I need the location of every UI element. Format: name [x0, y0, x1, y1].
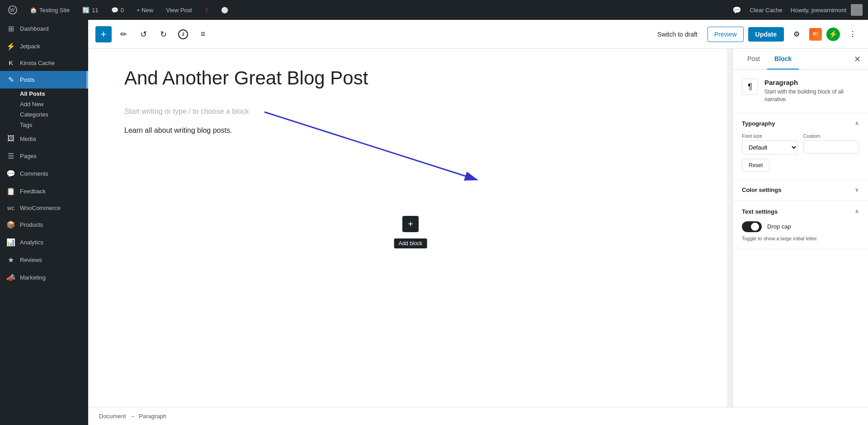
- font-size-col: Font size Default Small Medium Large Ext…: [742, 133, 798, 154]
- block-info-text: Paragraph Start with the building block …: [764, 79, 859, 103]
- wp-logo[interactable]: W: [5, 4, 20, 16]
- sidebar-item-marketing[interactable]: 📣 Marketing: [0, 269, 88, 286]
- text-settings-chevron-icon: ∧: [855, 208, 859, 215]
- sidebar-item-kinsta[interactable]: K Kinsta Cache: [0, 55, 88, 71]
- svg-text:W: W: [10, 7, 15, 13]
- updates-button[interactable]: 🔄 11: [80, 5, 101, 15]
- sidebar-label-posts: Posts: [20, 76, 35, 83]
- settings-button[interactable]: ⚙: [788, 26, 805, 42]
- editor-main: + ✏ ↺ ↻ i ≡ Switch to draft Preview Upda…: [88, 20, 868, 425]
- custom-font-size-input[interactable]: [803, 140, 859, 154]
- list-icon: ≡: [201, 29, 206, 39]
- preview-button[interactable]: Preview: [708, 27, 744, 42]
- products-icon: 📦: [6, 220, 15, 229]
- pages-icon: ☰: [6, 152, 15, 160]
- lightning-button[interactable]: ⚡: [826, 28, 840, 41]
- undo-button[interactable]: ↺: [135, 26, 151, 42]
- breadcrumb-separator: →: [129, 413, 135, 420]
- font-size-select[interactable]: Default Small Medium Large Extra Large: [742, 140, 798, 154]
- ellipsis-icon: ⋮: [849, 30, 856, 38]
- sidebar-item-comments[interactable]: 💬 Comments: [0, 165, 88, 182]
- redo-button[interactable]: ↻: [155, 26, 171, 42]
- typography-header[interactable]: Typography ∧: [742, 120, 859, 127]
- drop-cap-description: Toggle to show a large initial letter.: [742, 236, 859, 241]
- marketing-icon: 📣: [6, 273, 15, 282]
- font-size-label: Font size: [742, 133, 798, 139]
- new-button[interactable]: + New: [134, 5, 156, 15]
- drop-cap-toggle[interactable]: [742, 221, 762, 232]
- sidebar-label-analytics: Analytics: [20, 239, 43, 246]
- media-icon: 🖼: [6, 135, 15, 143]
- tab-post[interactable]: Post: [740, 49, 767, 70]
- sidebar-item-pages[interactable]: ☰ Pages: [0, 147, 88, 165]
- comments-icon: 💬: [111, 7, 118, 14]
- sidebar-item-reviews[interactable]: ★ Reviews: [0, 251, 88, 269]
- view-post-button[interactable]: View Post: [163, 5, 195, 15]
- switch-to-draft-button[interactable]: Switch to draft: [652, 27, 703, 42]
- sidebar-label-comments: Comments: [20, 170, 48, 177]
- drop-cap-label: Drop cap: [767, 223, 791, 230]
- clear-cache-button[interactable]: Clear Cache: [746, 5, 786, 15]
- sidebar-item-products[interactable]: 📦 Products: [0, 216, 88, 234]
- color-settings-title: Color settings: [742, 187, 781, 193]
- comments-nav-icon: 💬: [6, 169, 15, 178]
- sidebar-sub-tags[interactable]: Tags: [0, 120, 88, 130]
- sidebar-sub-categories[interactable]: Categories: [0, 109, 88, 120]
- custom-size-col: Custom: [803, 133, 859, 154]
- sidebar-label-dashboard: Dashboard: [20, 25, 49, 32]
- sidebar-sub-all-posts[interactable]: All Posts: [0, 89, 88, 99]
- sidebar-item-analytics[interactable]: 📊 Analytics: [0, 234, 88, 251]
- sidebar-item-media[interactable]: 🖼 Media: [0, 130, 88, 147]
- breadcrumb-current[interactable]: Paragraph: [139, 413, 166, 420]
- pencil-icon: ✏: [120, 29, 127, 39]
- list-view-button[interactable]: ≡: [195, 26, 211, 42]
- sidebar-sub-add-new[interactable]: Add New: [0, 99, 88, 109]
- right-panel: Post Block ✕ ¶ Paragraph Start with the …: [732, 49, 868, 407]
- sidebar-item-jetpack[interactable]: ⚡ Jetpack: [0, 37, 88, 55]
- add-block-toolbar-button[interactable]: +: [95, 26, 112, 42]
- update-button[interactable]: Update: [748, 27, 784, 42]
- analytics-icon: 📊: [6, 238, 15, 247]
- info-button[interactable]: i: [175, 26, 191, 42]
- typography-section: Typography ∧ Font size Default Small Med…: [733, 113, 868, 179]
- writing-area[interactable]: And Another Great Blog Post Start writin…: [88, 49, 727, 407]
- avatar[interactable]: [851, 4, 863, 16]
- posts-icon: ✎: [6, 75, 15, 84]
- more-options-button[interactable]: ⋮: [844, 26, 861, 42]
- sidebar-item-woocommerce[interactable]: wc WooCommerce: [0, 200, 88, 216]
- editor-scrollbar[interactable]: [727, 49, 732, 407]
- close-panel-button[interactable]: ✕: [854, 54, 861, 64]
- post-title[interactable]: And Another Great Blog Post: [124, 67, 691, 89]
- add-block-button[interactable]: +: [402, 216, 419, 232]
- color-settings-header[interactable]: Color settings ∨: [742, 187, 859, 193]
- plugin-icon[interactable]: ⚪: [218, 5, 231, 15]
- tab-block[interactable]: Block: [767, 49, 799, 70]
- toolbar-right: Switch to draft Preview Update ⚙ K! ⚡ ⋮: [652, 26, 861, 42]
- sidebar-item-feedback[interactable]: 📋 Feedback: [0, 182, 88, 200]
- home-icon: 🏠: [30, 7, 37, 14]
- block-description: Start with the building block of all nar…: [764, 88, 859, 103]
- woocommerce-icon: wc: [6, 205, 15, 211]
- edit-button[interactable]: ✏: [115, 26, 132, 42]
- sidebar-label-marketing: Marketing: [20, 274, 46, 281]
- block-title: Paragraph: [764, 79, 859, 86]
- site-name[interactable]: 🏠 Testing Site: [27, 5, 72, 15]
- gear-icon: ⚙: [793, 30, 800, 38]
- breadcrumb-document[interactable]: Document: [99, 413, 126, 420]
- sidebar-label-media: Media: [20, 135, 36, 142]
- sidebar-item-posts[interactable]: ✎ Posts: [0, 71, 88, 89]
- sidebar-item-dashboard[interactable]: ⊞ Dashboard: [0, 20, 88, 37]
- comments-button[interactable]: 💬 0: [108, 5, 127, 15]
- sidebar-label-reviews: Reviews: [20, 257, 42, 263]
- text-settings-header[interactable]: Text settings ∧: [742, 208, 859, 215]
- editor-placeholder: Start writing or type / to choose a bloc…: [124, 107, 691, 116]
- howdy-text: Howdy, joewarnimont: [791, 7, 846, 14]
- sidebar-label-products: Products: [20, 221, 43, 228]
- info-icon: i: [178, 29, 188, 39]
- editor-paragraph[interactable]: Learn all about writing blog posts.: [124, 125, 691, 136]
- reset-button[interactable]: Reset: [742, 159, 769, 172]
- yoast-icon[interactable]: Y: [202, 5, 212, 15]
- feedback-icon: 📋: [6, 187, 15, 196]
- kinsta-toolbar-icon[interactable]: K!: [809, 28, 822, 41]
- undo-icon: ↺: [140, 29, 147, 39]
